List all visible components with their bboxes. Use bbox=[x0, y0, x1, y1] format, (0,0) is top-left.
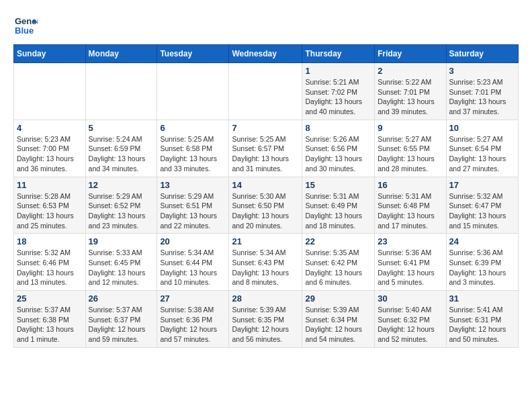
day-number: 21 bbox=[232, 236, 299, 246]
day-cell: 31Sunrise: 5:41 AM Sunset: 6:31 PM Dayli… bbox=[446, 291, 518, 348]
day-number: 28 bbox=[232, 293, 299, 304]
day-number: 24 bbox=[449, 236, 515, 246]
day-info: Sunrise: 5:31 AM Sunset: 6:48 PM Dayligh… bbox=[378, 191, 443, 231]
day-cell: 12Sunrise: 5:29 AM Sunset: 6:52 PM Dayli… bbox=[85, 177, 157, 234]
day-number: 7 bbox=[232, 123, 299, 133]
day-info: Sunrise: 5:25 AM Sunset: 6:57 PM Dayligh… bbox=[232, 134, 299, 174]
day-cell: 16Sunrise: 5:31 AM Sunset: 6:48 PM Dayli… bbox=[375, 177, 446, 234]
day-cell: 30Sunrise: 5:40 AM Sunset: 6:32 PM Dayli… bbox=[375, 291, 446, 348]
day-cell: 20Sunrise: 5:34 AM Sunset: 6:44 PM Dayli… bbox=[157, 234, 229, 291]
day-info: Sunrise: 5:39 AM Sunset: 6:35 PM Dayligh… bbox=[232, 305, 299, 345]
day-cell: 13Sunrise: 5:29 AM Sunset: 6:51 PM Dayli… bbox=[157, 177, 229, 234]
day-number: 29 bbox=[305, 293, 371, 304]
day-number: 18 bbox=[17, 236, 83, 246]
day-info: Sunrise: 5:39 AM Sunset: 6:34 PM Dayligh… bbox=[305, 305, 371, 345]
day-info: Sunrise: 5:27 AM Sunset: 6:54 PM Dayligh… bbox=[449, 134, 515, 174]
day-info: Sunrise: 5:28 AM Sunset: 6:53 PM Dayligh… bbox=[17, 191, 83, 231]
day-number: 12 bbox=[89, 180, 154, 190]
day-info: Sunrise: 5:36 AM Sunset: 6:41 PM Dayligh… bbox=[378, 248, 443, 287]
day-info: Sunrise: 5:33 AM Sunset: 6:45 PM Dayligh… bbox=[89, 248, 154, 287]
day-info: Sunrise: 5:22 AM Sunset: 7:01 PM Dayligh… bbox=[378, 77, 443, 117]
day-number: 10 bbox=[449, 123, 515, 133]
day-info: Sunrise: 5:30 AM Sunset: 6:50 PM Dayligh… bbox=[232, 191, 299, 231]
day-info: Sunrise: 5:34 AM Sunset: 6:44 PM Dayligh… bbox=[160, 248, 226, 287]
day-info: Sunrise: 5:21 AM Sunset: 7:02 PM Dayligh… bbox=[305, 77, 371, 117]
weekday-header-wednesday: Wednesday bbox=[229, 45, 302, 63]
day-info: Sunrise: 5:37 AM Sunset: 6:37 PM Dayligh… bbox=[89, 305, 154, 345]
day-info: Sunrise: 5:31 AM Sunset: 6:49 PM Dayligh… bbox=[305, 191, 371, 231]
day-number: 13 bbox=[160, 180, 226, 190]
day-info: Sunrise: 5:23 AM Sunset: 7:00 PM Dayligh… bbox=[17, 134, 83, 174]
weekday-header-friday: Friday bbox=[375, 45, 446, 63]
day-cell bbox=[85, 63, 157, 120]
day-number: 20 bbox=[160, 236, 226, 246]
day-cell: 10Sunrise: 5:27 AM Sunset: 6:54 PM Dayli… bbox=[446, 120, 518, 177]
day-cell: 9Sunrise: 5:27 AM Sunset: 6:55 PM Daylig… bbox=[375, 120, 446, 177]
day-cell: 2Sunrise: 5:22 AM Sunset: 7:01 PM Daylig… bbox=[375, 63, 446, 120]
calendar-table: SundayMondayTuesdayWednesdayThursdayFrid… bbox=[13, 44, 519, 348]
day-number: 4 bbox=[17, 123, 83, 133]
day-info: Sunrise: 5:34 AM Sunset: 6:43 PM Dayligh… bbox=[232, 248, 299, 287]
day-cell: 14Sunrise: 5:30 AM Sunset: 6:50 PM Dayli… bbox=[229, 177, 302, 234]
weekday-header-tuesday: Tuesday bbox=[157, 45, 229, 63]
day-info: Sunrise: 5:25 AM Sunset: 6:58 PM Dayligh… bbox=[160, 134, 226, 174]
day-number: 6 bbox=[160, 123, 226, 133]
day-info: Sunrise: 5:38 AM Sunset: 6:36 PM Dayligh… bbox=[160, 305, 226, 345]
week-row-3: 11Sunrise: 5:28 AM Sunset: 6:53 PM Dayli… bbox=[14, 177, 519, 234]
day-info: Sunrise: 5:41 AM Sunset: 6:31 PM Dayligh… bbox=[449, 305, 515, 345]
day-cell: 3Sunrise: 5:23 AM Sunset: 7:01 PM Daylig… bbox=[446, 63, 518, 120]
day-cell: 4Sunrise: 5:23 AM Sunset: 7:00 PM Daylig… bbox=[14, 120, 86, 177]
day-cell: 22Sunrise: 5:35 AM Sunset: 6:42 PM Dayli… bbox=[302, 234, 375, 291]
day-info: Sunrise: 5:26 AM Sunset: 6:56 PM Dayligh… bbox=[305, 134, 371, 174]
day-number: 14 bbox=[232, 180, 299, 190]
week-row-2: 4Sunrise: 5:23 AM Sunset: 7:00 PM Daylig… bbox=[14, 120, 519, 177]
day-number: 31 bbox=[449, 293, 515, 304]
logo-icon: General Blue bbox=[13, 13, 38, 38]
day-cell: 6Sunrise: 5:25 AM Sunset: 6:58 PM Daylig… bbox=[157, 120, 229, 177]
logo: General Blue bbox=[13, 13, 40, 38]
svg-text:Blue: Blue bbox=[15, 26, 34, 36]
day-number: 23 bbox=[378, 236, 443, 246]
day-info: Sunrise: 5:29 AM Sunset: 6:51 PM Dayligh… bbox=[160, 191, 226, 231]
day-cell: 27Sunrise: 5:38 AM Sunset: 6:36 PM Dayli… bbox=[157, 291, 229, 348]
page-header: General Blue bbox=[13, 13, 519, 38]
day-info: Sunrise: 5:27 AM Sunset: 6:55 PM Dayligh… bbox=[378, 134, 443, 174]
weekday-header-monday: Monday bbox=[85, 45, 157, 63]
day-cell: 15Sunrise: 5:31 AM Sunset: 6:49 PM Dayli… bbox=[302, 177, 375, 234]
day-number: 17 bbox=[449, 180, 515, 190]
day-number: 9 bbox=[378, 123, 443, 133]
day-info: Sunrise: 5:24 AM Sunset: 6:59 PM Dayligh… bbox=[89, 134, 154, 174]
day-cell: 29Sunrise: 5:39 AM Sunset: 6:34 PM Dayli… bbox=[302, 291, 375, 348]
day-number: 2 bbox=[378, 66, 443, 76]
week-row-1: 1Sunrise: 5:21 AM Sunset: 7:02 PM Daylig… bbox=[14, 63, 519, 120]
day-info: Sunrise: 5:23 AM Sunset: 7:01 PM Dayligh… bbox=[449, 77, 515, 117]
day-info: Sunrise: 5:29 AM Sunset: 6:52 PM Dayligh… bbox=[89, 191, 154, 231]
week-row-5: 25Sunrise: 5:37 AM Sunset: 6:38 PM Dayli… bbox=[14, 291, 519, 348]
day-cell: 19Sunrise: 5:33 AM Sunset: 6:45 PM Dayli… bbox=[85, 234, 157, 291]
day-number: 16 bbox=[378, 180, 443, 190]
weekday-header-thursday: Thursday bbox=[302, 45, 375, 63]
day-cell: 1Sunrise: 5:21 AM Sunset: 7:02 PM Daylig… bbox=[302, 63, 375, 120]
day-info: Sunrise: 5:35 AM Sunset: 6:42 PM Dayligh… bbox=[305, 248, 371, 287]
day-info: Sunrise: 5:32 AM Sunset: 6:46 PM Dayligh… bbox=[17, 248, 83, 287]
weekday-header-saturday: Saturday bbox=[446, 45, 518, 63]
day-cell: 28Sunrise: 5:39 AM Sunset: 6:35 PM Dayli… bbox=[229, 291, 302, 348]
day-number: 27 bbox=[160, 293, 226, 304]
day-info: Sunrise: 5:37 AM Sunset: 6:38 PM Dayligh… bbox=[17, 305, 83, 345]
day-number: 22 bbox=[305, 236, 371, 246]
day-number: 8 bbox=[305, 123, 371, 133]
day-number: 25 bbox=[17, 293, 83, 304]
day-number: 26 bbox=[89, 293, 154, 304]
day-info: Sunrise: 5:36 AM Sunset: 6:39 PM Dayligh… bbox=[449, 248, 515, 287]
day-info: Sunrise: 5:32 AM Sunset: 6:47 PM Dayligh… bbox=[449, 191, 515, 231]
day-cell: 18Sunrise: 5:32 AM Sunset: 6:46 PM Dayli… bbox=[14, 234, 86, 291]
day-cell: 23Sunrise: 5:36 AM Sunset: 6:41 PM Dayli… bbox=[375, 234, 446, 291]
day-cell: 8Sunrise: 5:26 AM Sunset: 6:56 PM Daylig… bbox=[302, 120, 375, 177]
day-number: 3 bbox=[449, 66, 515, 76]
day-number: 11 bbox=[17, 180, 83, 190]
day-info: Sunrise: 5:40 AM Sunset: 6:32 PM Dayligh… bbox=[378, 305, 443, 345]
day-number: 30 bbox=[378, 293, 443, 304]
day-cell: 5Sunrise: 5:24 AM Sunset: 6:59 PM Daylig… bbox=[85, 120, 157, 177]
day-cell: 17Sunrise: 5:32 AM Sunset: 6:47 PM Dayli… bbox=[446, 177, 518, 234]
day-cell: 26Sunrise: 5:37 AM Sunset: 6:37 PM Dayli… bbox=[85, 291, 157, 348]
